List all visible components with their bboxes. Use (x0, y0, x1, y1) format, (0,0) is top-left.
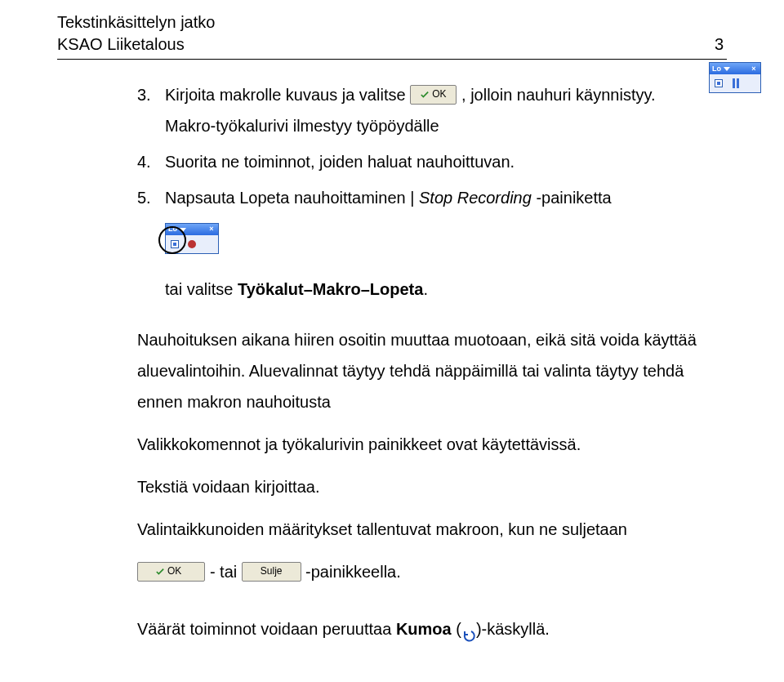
list-item-4: 4. Suorita ne toiminnot, joiden haluat n… (137, 146, 702, 177)
toolbar-title: Lo (712, 65, 721, 73)
text: Suorita ne toiminnot, joiden haluat nauh… (165, 146, 702, 177)
document-body: 3. Kirjoita makrolle kuvaus ja valitse O… (57, 79, 727, 644)
macro-toolbar-float: Lo × (709, 62, 761, 93)
ok-button-label: OK (167, 562, 181, 581)
dropdown-icon[interactable] (724, 67, 730, 71)
header-line1: Tekstinkäsittelyn jatko (57, 11, 727, 33)
paragraph: Valintaikkunoiden määritykset tallentuva… (137, 514, 702, 545)
list-number: 4. (137, 146, 157, 177)
text: Napsauta Lopeta nauhoittaminen | (165, 189, 419, 207)
ok-button-label: OK (432, 85, 446, 104)
header-separator (57, 59, 727, 60)
pause-record-icon[interactable] (729, 77, 742, 90)
stop-record-icon[interactable] (712, 77, 725, 90)
close-icon[interactable]: × (207, 222, 216, 236)
toolbar-titlebar[interactable]: Lo × (166, 224, 218, 235)
doc-header: Tekstinkäsittelyn jatko KSAO Liiketalous… (57, 11, 727, 56)
list-number: 5. (137, 182, 157, 305)
text: Kirjoita makrolle kuvaus ja valitse (165, 86, 410, 104)
paragraph: Nauhoituksen aikana hiiren osoitin muutt… (137, 324, 702, 417)
text: -painikkeella. (305, 563, 401, 581)
header-line2: KSAO Liiketalous (57, 33, 715, 56)
text: -painiketta (532, 189, 612, 207)
paragraph-buttons: OK - tai Sulje -painikkeella. (137, 556, 702, 587)
list-number: 3. (137, 79, 157, 141)
list-item-5: 5. Napsauta Lopeta nauhoittaminen | Stop… (137, 182, 702, 305)
paragraph: Tekstiä voidaan kirjoittaa. (137, 471, 702, 502)
text: Väärät toiminnot voidaan peruuttaa (137, 620, 396, 638)
toolbar-title: Lo (168, 222, 177, 236)
text-bold: Kumoa (396, 620, 452, 638)
ok-button[interactable]: OK (137, 562, 205, 582)
toolbar-titlebar[interactable]: Lo × (710, 63, 760, 74)
paragraph-undo: Väärät toiminnot voidaan peruuttaa Kumoa… (137, 613, 702, 644)
macro-toolbar-inline: Lo × (165, 223, 219, 254)
close-icon[interactable]: × (750, 65, 758, 73)
check-icon (156, 568, 164, 576)
check-icon (421, 91, 429, 99)
dropdown-icon[interactable] (180, 228, 186, 232)
text: ( (452, 620, 461, 638)
text-italic: Stop Recording (419, 189, 532, 207)
undo-icon[interactable] (461, 622, 476, 636)
record-icon[interactable] (185, 238, 198, 251)
text: )-käskyllä. (476, 620, 550, 638)
stop-record-icon[interactable] (168, 238, 181, 251)
page-number: 3 (715, 33, 727, 56)
text: . (423, 280, 428, 298)
ok-button[interactable]: OK (410, 85, 457, 105)
text: tai valitse (165, 280, 238, 298)
text-bold: Työkalut–Makro–Lopeta (238, 280, 423, 298)
paragraph: Valikkokomennot ja työkalurivin painikke… (137, 429, 702, 460)
text: - tai (210, 563, 242, 581)
close-button[interactable]: Sulje (242, 562, 301, 582)
list-item-3: 3. Kirjoita makrolle kuvaus ja valitse O… (137, 79, 702, 141)
close-button-label: Sulje (261, 562, 283, 581)
